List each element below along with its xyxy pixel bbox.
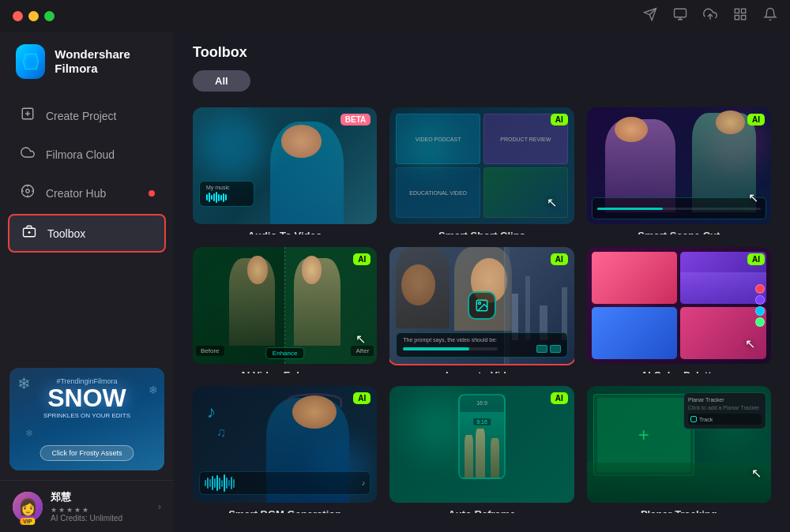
svg-marker-7 — [26, 57, 36, 66]
tool-name-image-to-video: Image to Video — [389, 369, 574, 374]
title-bar — [0, 0, 790, 32]
sidebar-item-label-cloud: Filmora Cloud — [46, 148, 115, 161]
badge-ai: AI — [551, 114, 568, 126]
svg-rect-2 — [735, 9, 739, 13]
logo-area: Wondershare Filmora — [0, 32, 174, 98]
chevron-right-icon: › — [158, 501, 161, 512]
tool-name-auto-reframe: Auto Reframe — [389, 508, 574, 513]
sidebar-item-label-toolbox: Toolbox — [47, 227, 85, 240]
page-title: Toolbox — [193, 44, 771, 61]
monitor-icon[interactable] — [673, 7, 687, 25]
sidebar-item-filmora-cloud[interactable]: Filmora Cloud — [8, 137, 166, 172]
user-rating: ★★★★★ — [51, 506, 150, 514]
svg-point-21 — [478, 302, 480, 304]
badge-ai: AI — [551, 392, 568, 404]
badge-ai: AI — [353, 253, 371, 265]
close-button[interactable] — [13, 11, 23, 21]
sidebar-item-creator-hub[interactable]: Creator Hub — [8, 175, 166, 211]
upload-cloud-icon[interactable] — [703, 7, 717, 25]
music-note-1: ♪ — [207, 402, 216, 422]
tool-name-ai-color-palette: AI Color Palette — [587, 369, 771, 374]
user-name: 郑慧 — [51, 490, 150, 504]
tool-name-smart-scene-cut: Smart Scene Cut — [587, 230, 771, 234]
user-credits: AI Credits: Unlimited — [51, 514, 150, 523]
tool-name-planar-tracking: Planar Tracking — [587, 508, 771, 513]
music-note-2: ♫ — [216, 425, 226, 440]
filter-tabs: All — [193, 70, 771, 92]
tool-card-smart-short-clips[interactable]: VIDEO PODCAST PRODUCT REVIEW EDUCATIONAL… — [389, 107, 574, 234]
main-header: Toolbox All — [174, 32, 790, 101]
svg-rect-3 — [742, 9, 746, 13]
sidebar-item-create-project[interactable]: Create Project — [8, 98, 166, 133]
svg-rect-0 — [675, 9, 687, 17]
tool-card-audio-to-video[interactable]: My music BE — [193, 107, 377, 234]
tool-card-ai-video-enhancer[interactable]: Before After Enhance ↖ AI — [193, 247, 377, 374]
titlebar-actions — [643, 7, 777, 25]
cursor-scene-cut: ↖ — [748, 190, 758, 205]
sidebar-item-label-create: Create Project — [46, 110, 116, 122]
tool-card-auto-reframe[interactable]: 16:9 9:16 AI Auto Reframe — [389, 386, 574, 513]
tool-card-ai-color-palette[interactable]: ↖ AI AI Color Palette — [587, 247, 771, 374]
tool-thumbnail-smart-scene-cut: ↖ AI — [587, 107, 771, 224]
create-project-icon — [19, 107, 36, 125]
badge-ai: AI — [747, 114, 765, 126]
tool-name-audio-to-video: Audio To Video — [193, 230, 377, 234]
bell-icon[interactable] — [763, 7, 777, 25]
app-logo — [16, 44, 45, 79]
cursor-tracking: ↖ — [751, 466, 762, 481]
filter-tab-all[interactable]: All — [193, 70, 250, 92]
sidebar-item-label-hub: Creator Hub — [46, 187, 106, 200]
sidebar: Wondershare Filmora Create Project Filmo… — [0, 0, 174, 532]
svg-rect-5 — [742, 15, 746, 19]
user-area[interactable]: 👩 VIP 郑慧 ★★★★★ AI Credits: Unlimited › — [0, 480, 174, 532]
tool-name-smart-bgm: Smart BGM Generation — [193, 508, 377, 513]
sidebar-banner[interactable]: ❄ ❄ ❄ #TrendinginFilmora SNOW SPRINKLES … — [9, 368, 164, 470]
avatar: 👩 VIP — [13, 492, 43, 522]
tool-card-planar-tracking[interactable]: + Planar Tracker Click to add a Planar T… — [587, 386, 771, 513]
vip-badge: VIP — [20, 518, 35, 525]
svg-point-12 — [26, 189, 30, 193]
nav-menu: Create Project Filmora Cloud Creator Hub… — [0, 98, 174, 253]
tool-name-ai-video-enhancer: AI Video Enhancer — [193, 369, 377, 374]
badge-ai: AI — [353, 392, 371, 404]
app-name: Wondershare Filmora — [55, 47, 158, 76]
main-content: Toolbox All My music — [174, 0, 790, 532]
cursor-enhancer: ↖ — [356, 332, 366, 347]
cloud-icon — [19, 145, 36, 163]
tools-grid: My music BE — [174, 101, 790, 532]
svg-rect-4 — [735, 15, 739, 19]
toolbox-icon — [21, 224, 38, 242]
banner-cta-button[interactable]: Click for Frosty Assets — [40, 445, 134, 461]
send-icon[interactable] — [643, 7, 657, 25]
tool-thumbnail-audio-to-video: My music BE — [193, 107, 377, 224]
tool-card-smart-scene-cut[interactable]: ↖ AI Smart Scene Cut — [587, 107, 771, 234]
creator-hub-icon — [19, 184, 36, 202]
tool-thumbnail-smart-short-clips: VIDEO PODCAST PRODUCT REVIEW EDUCATIONAL… — [389, 107, 574, 224]
user-info: 郑慧 ★★★★★ AI Credits: Unlimited — [51, 490, 150, 523]
badge-ai: AI — [747, 253, 765, 265]
tool-card-image-to-video[interactable]: The prompt says, the video should be: AI… — [389, 247, 574, 374]
tool-thumbnail-smart-bgm: ♪ ♫ — [193, 386, 377, 503]
tool-thumbnail-image-to-video: The prompt says, the video should be: AI — [389, 247, 574, 364]
cursor-color: ↖ — [745, 336, 755, 351]
badge-ai: AI — [551, 253, 568, 265]
tool-thumbnail-planar-tracking: + Planar Tracker Click to add a Planar T… — [587, 386, 771, 503]
tool-card-smart-bgm[interactable]: ♪ ♫ — [193, 386, 377, 513]
creator-hub-notification-dot — [149, 190, 155, 197]
banner-text: #TrendinginFilmora SNOW SPRINKLES ON YOU… — [9, 377, 164, 419]
sidebar-item-toolbox[interactable]: Toolbox — [8, 214, 166, 253]
tool-thumbnail-auto-reframe: 16:9 9:16 AI — [389, 386, 574, 503]
badge-beta: BETA — [340, 114, 371, 126]
maximize-button[interactable] — [44, 11, 55, 21]
grid-icon[interactable] — [733, 7, 747, 25]
tool-thumbnail-ai-color-palette: ↖ AI — [587, 247, 771, 364]
traffic-lights — [13, 11, 55, 21]
minimize-button[interactable] — [28, 11, 39, 21]
cursor-decoration: ↖ — [547, 195, 557, 210]
tool-thumbnail-ai-video-enhancer: Before After Enhance ↖ AI — [193, 247, 377, 364]
tool-name-smart-short-clips: Smart Short Clips — [389, 230, 574, 234]
